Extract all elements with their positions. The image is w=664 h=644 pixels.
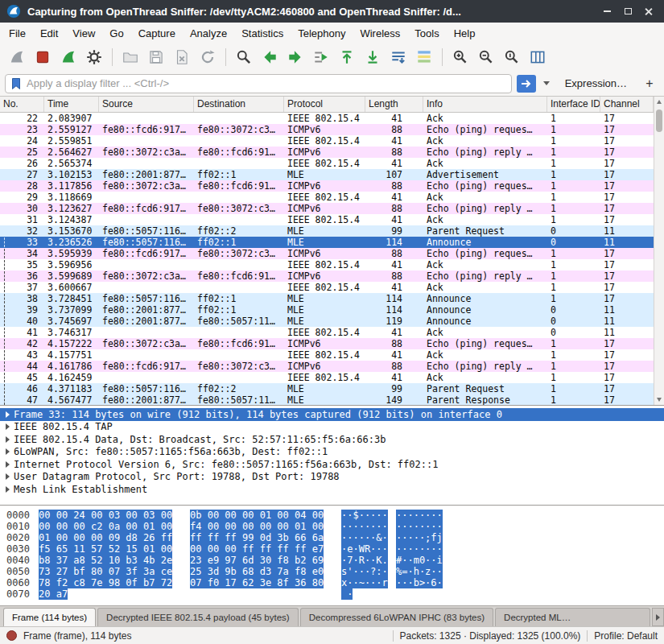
zoom-in-button[interactable] — [448, 46, 472, 68]
packet-list-scrollbar[interactable] — [654, 97, 664, 405]
hex-row[interactable]: 007020 a7 · — [0, 588, 664, 600]
maximize-icon[interactable] — [619, 4, 637, 19]
packet-row[interactable]: 373.600667IEEE 802.15.441Ack117 — [0, 282, 654, 293]
save-file-button[interactable] — [144, 46, 168, 68]
reload-button[interactable] — [196, 46, 220, 68]
apply-filter-button[interactable] — [517, 75, 536, 93]
packet-row[interactable]: 403.745697fe80::2001:877…fe80::5057:11…M… — [0, 316, 654, 327]
packet-row[interactable]: 273.102153fe80::2001:877…ff02::1MLE107Ad… — [0, 169, 654, 180]
scrollbar-track[interactable] — [654, 107, 664, 394]
hex-row[interactable]: 0030f5 65 11 57 52 15 01 0000 00 00 ff f… — [0, 543, 664, 555]
packet-row[interactable]: 444.161786fe80::fcd6:917…fe80::3072:c3…I… — [0, 361, 654, 372]
hex-row[interactable]: 001000 00 00 c2 0a 00 01 00f4 00 00 00 0… — [0, 521, 664, 532]
go-first-button[interactable] — [335, 46, 359, 68]
column-header-destination[interactable]: Destination — [194, 97, 284, 112]
column-header-info[interactable]: Info — [423, 97, 547, 112]
detail-line[interactable]: User Datagram Protocol, Src Port: 19788,… — [0, 471, 664, 484]
packet-row[interactable]: 262.565374IEEE 802.15.441Ack117 — [0, 158, 654, 169]
packet-row[interactable]: 413.746317IEEE 802.15.441Ack011 — [0, 327, 654, 338]
close-icon[interactable] — [640, 4, 658, 19]
packet-row[interactable]: 353.596956IEEE 802.15.441Ack117 — [0, 259, 654, 270]
menu-go[interactable]: Go — [102, 25, 130, 42]
tab-scroll-button[interactable] — [652, 608, 664, 626]
column-header-time[interactable]: Time — [44, 97, 99, 112]
minimize-icon[interactable] — [598, 4, 616, 19]
auto-scroll-button[interactable] — [386, 46, 410, 68]
detail-line[interactable]: 6LoWPAN, Src: fe80::5057:1165:f56a:663b,… — [0, 446, 664, 459]
packet-row[interactable]: 434.157751IEEE 802.15.441Ack117 — [0, 349, 654, 361]
column-header-no-[interactable]: No. — [0, 97, 44, 112]
detail-line[interactable]: Mesh Link Establishment — [0, 483, 664, 496]
expand-arrow-icon[interactable] — [6, 448, 10, 455]
titlebar[interactable]: Capturing from OpenThread Sniffer: /dev/… — [0, 0, 664, 23]
scroll-up-icon[interactable] — [654, 97, 664, 107]
packet-row[interactable]: 474.567477fe80::2001:877…fe80::5057:11…M… — [0, 394, 654, 405]
find-packet-button[interactable] — [232, 46, 256, 68]
scroll-down-icon[interactable] — [654, 394, 664, 405]
menu-tools[interactable]: Tools — [407, 25, 446, 42]
packet-row[interactable]: 393.737099fe80::2001:877…ff02::1MLE114An… — [0, 304, 654, 316]
menu-file[interactable]: File — [2, 25, 33, 42]
hex-row[interactable]: 006078 f2 c8 7e 98 0f b7 7207 f0 17 62 3… — [0, 577, 664, 588]
expand-arrow-icon[interactable] — [6, 411, 10, 418]
colorize-button[interactable] — [412, 46, 436, 68]
column-header-protocol[interactable]: Protocol — [284, 97, 365, 112]
open-file-button[interactable] — [118, 46, 142, 68]
byte-view-tab[interactable]: Decompressed 6LoWPAN IPHC (83 bytes) — [300, 608, 493, 626]
menu-analyze[interactable]: Analyze — [183, 25, 234, 42]
detail-line[interactable]: IEEE 802.15.4 TAP — [0, 421, 664, 434]
byte-view-tab[interactable]: Decrypted IEEE 802.15.4 payload (45 byte… — [97, 608, 299, 626]
menu-help[interactable]: Help — [447, 25, 483, 42]
expand-arrow-icon[interactable] — [6, 473, 10, 480]
byte-view-tab[interactable]: Decrypted ML… — [495, 608, 650, 626]
expand-arrow-icon[interactable] — [6, 423, 10, 430]
packet-row[interactable]: 454.162459IEEE 802.15.441Ack117 — [0, 372, 654, 383]
column-header-interface-id[interactable]: Interface ID — [547, 97, 600, 112]
display-filter-input[interactable] — [27, 77, 506, 89]
packet-row[interactable]: 333.236526fe80::5057:116…ff02::1MLE114An… — [0, 237, 654, 248]
column-header-channel[interactable]: Channel — [600, 97, 654, 112]
detail-line[interactable]: IEEE 802.15.4 Data, Dst: Broadcast, Src:… — [0, 433, 664, 446]
stop-capture-button[interactable] — [31, 46, 55, 68]
add-filter-button[interactable]: + — [640, 75, 659, 93]
packet-row[interactable]: 303.123627fe80::fcd6:917…fe80::3072:c3…I… — [0, 203, 654, 214]
filter-history-button[interactable] — [541, 75, 552, 93]
packet-row[interactable]: 424.157222fe80::3072:c3a…fe80::fcd6:91…I… — [0, 338, 654, 349]
resize-columns-button[interactable] — [526, 46, 550, 68]
expand-arrow-icon[interactable] — [6, 436, 10, 443]
packet-row[interactable]: 343.595939fe80::fcd6:917…fe80::3072:c3…I… — [0, 248, 654, 259]
menu-statistics[interactable]: Statistics — [234, 25, 291, 42]
zoom-out-button[interactable] — [474, 46, 498, 68]
expression-button[interactable]: Expression… — [557, 77, 635, 89]
capture-options-button[interactable] — [82, 46, 106, 68]
packet-row[interactable]: 383.728451fe80::5057:116…ff02::1MLE114An… — [0, 293, 654, 304]
menu-edit[interactable]: Edit — [33, 25, 65, 42]
column-header-length[interactable]: Length — [365, 97, 423, 112]
go-to-packet-button[interactable] — [309, 46, 333, 68]
hex-row[interactable]: 005073 27 bf 80 07 3f 3a ce25 3d 9b 68 d… — [0, 566, 664, 577]
packet-row[interactable]: 283.117856fe80::3072:c3a…fe80::fcd6:91…I… — [0, 180, 654, 192]
close-file-button[interactable] — [170, 46, 194, 68]
expand-arrow-icon[interactable] — [6, 486, 10, 493]
go-forward-button[interactable] — [283, 46, 307, 68]
hex-row[interactable]: 000000 00 24 00 03 00 03 000b 00 00 00 0… — [0, 510, 664, 521]
packet-row[interactable]: 242.559851IEEE 802.15.441Ack117 — [0, 135, 654, 147]
packet-row[interactable]: 363.599689fe80::3072:c3a…fe80::fcd6:91…I… — [0, 270, 654, 282]
scrollbar-thumb[interactable] — [656, 109, 662, 132]
hex-row[interactable]: 002001 00 00 00 09 d8 26 ffff ff ff 99 0… — [0, 532, 664, 543]
expand-arrow-icon[interactable] — [6, 461, 10, 468]
packet-row[interactable]: 464.371183fe80::5057:116…ff02::2MLE99Par… — [0, 383, 654, 394]
column-header-source[interactable]: Source — [99, 97, 194, 112]
start-capture-button[interactable] — [5, 46, 29, 68]
restart-capture-button[interactable] — [56, 46, 80, 68]
menu-wireless[interactable]: Wireless — [353, 25, 407, 42]
packet-row[interactable]: 232.559127fe80::fcd6:917…fe80::3072:c3…I… — [0, 124, 654, 135]
byte-view-tab[interactable]: Frame (114 bytes) — [3, 608, 96, 626]
display-filter-field[interactable] — [5, 74, 512, 93]
bookmark-icon[interactable] — [10, 77, 22, 90]
menu-capture[interactable]: Capture — [131, 25, 183, 42]
expert-info-icon[interactable] — [6, 630, 17, 641]
menu-telephony[interactable]: Telephony — [291, 25, 353, 42]
detail-line[interactable]: Frame 33: 114 bytes on wire (912 bits), … — [0, 408, 664, 421]
packet-row[interactable]: 313.124387IEEE 802.15.441Ack117 — [0, 214, 654, 225]
